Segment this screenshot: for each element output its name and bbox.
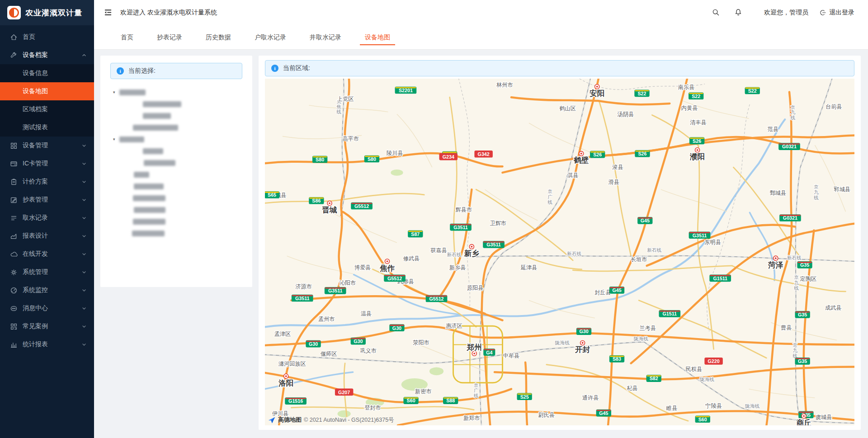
tab-历史数据[interactable]: 历史数据 bbox=[204, 25, 232, 49]
tree-node-3-redacted[interactable] bbox=[110, 110, 242, 122]
caret-down-icon[interactable]: ▾ bbox=[113, 137, 119, 141]
map-canvas[interactable]: 太焦线京广线京广线京九线京九线京九线京九线新石线新石线新石线新石线陇海线陇海线陇… bbox=[265, 79, 854, 425]
road-shield-G35: G35 bbox=[797, 261, 812, 268]
sidebar-subitem-设备信息[interactable]: 设备信息 bbox=[0, 64, 94, 82]
town-label-林州市: 林州市 bbox=[496, 82, 513, 88]
sidebar-item-首页[interactable]: 首页 bbox=[0, 28, 94, 46]
town-label-新乡县: 新乡县 bbox=[449, 264, 466, 271]
road-shield-G30: G30 bbox=[306, 340, 321, 348]
sidebar-item-label: 设备档案 bbox=[23, 51, 81, 59]
svg-text:S22: S22 bbox=[637, 91, 646, 96]
svg-text:S60: S60 bbox=[407, 398, 415, 403]
redacted-label bbox=[133, 125, 178, 131]
road-shield-G207: G207 bbox=[335, 389, 353, 396]
sidebar-item-设备管理[interactable]: 设备管理 bbox=[0, 137, 94, 155]
svg-text:S82: S82 bbox=[650, 376, 658, 381]
town-label-滑县: 滑县 bbox=[609, 179, 619, 185]
town-label-清丰县: 清丰县 bbox=[690, 119, 706, 126]
railway-label: 新石线 bbox=[647, 247, 661, 253]
town-label-偃师区: 偃师区 bbox=[321, 351, 337, 357]
town-label-陵川县: 陵川县 bbox=[387, 150, 403, 156]
sidebar-item-取水记录[interactable]: 取水记录 bbox=[0, 209, 94, 227]
tab-设备地图[interactable]: 设备地图 bbox=[363, 25, 392, 49]
sidebar-item-设备档案[interactable]: 设备档案 bbox=[0, 46, 94, 64]
redacted-label bbox=[143, 148, 163, 154]
sidebar-item-IC卡管理[interactable]: IC卡管理 bbox=[0, 155, 94, 173]
road-shield-G3511: G3511 bbox=[450, 224, 472, 231]
town-label-登封市: 登封市 bbox=[364, 405, 381, 411]
town-label-原阳县: 原阳县 bbox=[467, 285, 483, 291]
sidebar-subitem-设备地图[interactable]: 设备地图 bbox=[0, 82, 94, 100]
chevron-down-icon bbox=[81, 197, 87, 203]
chevron-down-icon bbox=[81, 287, 87, 293]
sidebar-item-label: 计价方案 bbox=[23, 178, 81, 186]
town-label-东明县: 东明县 bbox=[704, 239, 721, 245]
road-shield-S65: S65 bbox=[265, 191, 279, 198]
tree-node-6-redacted[interactable] bbox=[110, 145, 242, 157]
sidebar-item-系统管理[interactable]: 系统管理 bbox=[0, 263, 94, 281]
redacted-label bbox=[132, 231, 165, 236]
menu-fold-icon[interactable] bbox=[103, 8, 113, 18]
town-label-济源市: 济源市 bbox=[295, 283, 311, 290]
tree-node-10-redacted[interactable] bbox=[110, 192, 242, 204]
sidebar-item-系统监控[interactable]: 系统监控 bbox=[0, 281, 94, 299]
town-label-高平市: 高平市 bbox=[343, 136, 359, 142]
road-shield-G1511: G1511 bbox=[709, 275, 731, 282]
sidebar-item-常见案例[interactable]: 常见案例 bbox=[0, 317, 94, 335]
tab-井取水记录[interactable]: 井取水记录 bbox=[308, 25, 343, 49]
sidebar-item-统计报表[interactable]: 统计报表 bbox=[0, 335, 94, 353]
sidebar-item-报表设计[interactable]: 报表设计 bbox=[0, 227, 94, 245]
tree-node-9-redacted[interactable] bbox=[110, 180, 242, 192]
sidebar-item-计价方案[interactable]: 计价方案 bbox=[0, 173, 94, 191]
tree-node-12-redacted[interactable] bbox=[110, 216, 242, 227]
tree-node-2-redacted[interactable] bbox=[110, 98, 242, 110]
sidebar-submenu: 设备信息设备地图区域档案测试报表 bbox=[0, 64, 94, 137]
tree-node-1-redacted[interactable]: ▾ bbox=[110, 86, 242, 98]
tree-node-4-redacted[interactable] bbox=[110, 122, 242, 133]
road-shield-G45: G45 bbox=[609, 287, 624, 294]
tree-node-5-redacted[interactable]: ▾ bbox=[110, 133, 242, 145]
town-label-尉氏县: 尉氏县 bbox=[538, 412, 555, 418]
redacted-label bbox=[133, 219, 165, 225]
road-shield-G5512: G5512 bbox=[426, 295, 448, 302]
svg-text:S25: S25 bbox=[520, 394, 529, 400]
sidebar-subitem-区域档案[interactable]: 区域档案 bbox=[0, 100, 94, 118]
road-shield-G5512: G5512 bbox=[384, 275, 406, 282]
sidebar-item-label: 首页 bbox=[23, 33, 87, 41]
svg-text:G1516: G1516 bbox=[288, 398, 303, 404]
railway-label: 京九线 bbox=[794, 274, 799, 291]
road-shield-S22: S22 bbox=[745, 87, 760, 94]
caret-down-icon[interactable]: ▾ bbox=[113, 90, 119, 94]
chevron-down-icon bbox=[81, 324, 87, 329]
tree-node-7-redacted[interactable] bbox=[110, 157, 242, 169]
city-label: 洛阳 bbox=[278, 379, 293, 387]
sidebar-item-消息中心[interactable]: 消息中心 bbox=[0, 299, 94, 317]
logout-button[interactable]: 退出登录 bbox=[819, 9, 854, 17]
road-shield-G3511: G3511 bbox=[689, 231, 711, 239]
tab-抄表记录[interactable]: 抄表记录 bbox=[156, 25, 184, 49]
sidebar-item-抄表管理[interactable]: 抄表管理 bbox=[0, 191, 94, 209]
town-label-孟津区: 孟津区 bbox=[274, 331, 291, 337]
tab-户取水记录[interactable]: 户取水记录 bbox=[253, 25, 288, 49]
road-shield-S22: S22 bbox=[689, 92, 703, 99]
city-label: 安阳 bbox=[590, 89, 604, 98]
railway-label: 陇海线 bbox=[700, 377, 714, 382]
tree-node-13-redacted[interactable] bbox=[110, 227, 242, 239]
tree-node-8-redacted[interactable] bbox=[110, 169, 242, 180]
svg-text:S26: S26 bbox=[638, 151, 646, 156]
chevron-down-icon bbox=[81, 342, 87, 347]
search-icon[interactable] bbox=[712, 8, 721, 17]
tab-首页[interactable]: 首页 bbox=[119, 25, 135, 49]
chevron-down-icon bbox=[81, 251, 87, 257]
town-label-上党区: 上党区 bbox=[337, 96, 354, 102]
svg-text:G35: G35 bbox=[798, 312, 807, 317]
svg-text:S65: S65 bbox=[268, 192, 276, 198]
tree-node-11-redacted[interactable] bbox=[110, 204, 242, 216]
app-logo: 农业灌溉双计量 bbox=[0, 0, 94, 25]
region-tree: ▾▾ bbox=[110, 86, 242, 239]
bell-icon[interactable] bbox=[734, 8, 743, 17]
railway-label: 陇海线 bbox=[555, 340, 570, 345]
sidebar-subitem-测试报表[interactable]: 测试报表 bbox=[0, 118, 94, 137]
sidebar-item-在线开发[interactable]: 在线开发 bbox=[0, 245, 94, 263]
redacted-label bbox=[143, 113, 171, 119]
